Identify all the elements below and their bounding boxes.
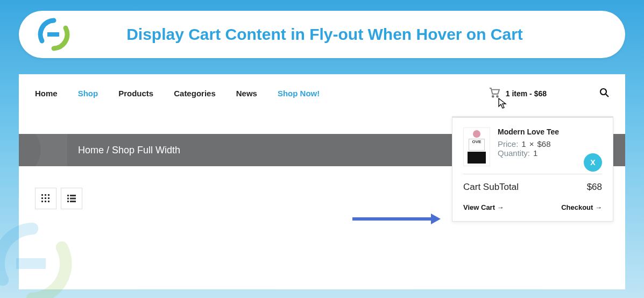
svg-rect-11 (41, 201, 43, 202)
svg-rect-15 (70, 195, 76, 196)
annotation-arrow (352, 217, 433, 221)
page-title: Display Cart Content in Fly-out When Hov… (73, 25, 609, 44)
brand-logo (35, 16, 73, 53)
svg-line-4 (606, 94, 608, 97)
product-name[interactable]: Modern Love Tee (498, 127, 602, 136)
price-qty: 1 (521, 139, 526, 148)
svg-point-3 (600, 89, 606, 95)
cart-summary[interactable]: 1 item - $68 (489, 87, 547, 100)
nav-item-news[interactable]: News (236, 89, 257, 98)
subtotal-row: Cart SubTotal $68 (463, 174, 602, 200)
main-nav: Home Shop Products Categories News Shop … (19, 74, 625, 112)
nav-item-products[interactable]: Products (118, 89, 153, 98)
remove-item-button[interactable]: X (584, 153, 602, 172)
list-view-button[interactable] (61, 188, 82, 209)
cart-summary-text: 1 item - $68 (506, 89, 547, 98)
svg-rect-19 (70, 201, 76, 202)
flyout-item: OVE Modern Love Tee Price: 1 × $68 Quant… (463, 127, 602, 174)
cart-flyout: OVE Modern Love Tee Price: 1 × $68 Quant… (452, 116, 613, 222)
nav-item-shop-now[interactable]: Shop Now! (278, 89, 320, 98)
nav-item-home[interactable]: Home (35, 89, 58, 98)
cursor-icon (498, 98, 508, 111)
svg-point-1 (492, 96, 494, 97)
svg-rect-0 (47, 32, 59, 37)
title-bar: Display Cart Content in Fly-out When Hov… (19, 11, 625, 58)
svg-rect-13 (48, 201, 49, 202)
breadcrumb-text: Home / Shop Full Width (78, 145, 180, 156)
svg-rect-6 (45, 194, 46, 196)
svg-rect-12 (45, 201, 46, 202)
price-label: Price: (498, 139, 518, 148)
subtotal-label: Cart SubTotal (463, 182, 519, 193)
subtotal-value: $68 (587, 182, 602, 193)
search-icon[interactable] (599, 88, 609, 99)
svg-rect-18 (67, 201, 69, 202)
price-times: × (529, 139, 534, 148)
watermark-logo (0, 221, 75, 298)
svg-rect-5 (41, 194, 43, 196)
svg-rect-8 (41, 197, 43, 199)
product-thumbnail[interactable]: OVE (463, 127, 490, 166)
svg-rect-14 (67, 195, 69, 196)
view-cart-link[interactable]: View Cart → (463, 203, 504, 211)
qty-label: Quantity: (498, 148, 530, 158)
grid-view-button[interactable] (35, 188, 56, 209)
svg-rect-16 (67, 198, 69, 200)
svg-rect-9 (45, 197, 46, 199)
checkout-link[interactable]: Checkout → (561, 203, 602, 211)
nav-item-shop[interactable]: Shop (78, 89, 98, 98)
svg-rect-17 (70, 198, 76, 200)
price-each: $68 (537, 139, 550, 148)
svg-rect-7 (48, 194, 49, 196)
svg-rect-20 (16, 258, 46, 269)
svg-rect-10 (48, 197, 49, 199)
demo-panel: Home Shop Products Categories News Shop … (19, 74, 625, 289)
qty-value: 1 (533, 148, 537, 158)
nav-item-categories[interactable]: Categories (174, 89, 216, 98)
svg-point-2 (497, 96, 498, 97)
